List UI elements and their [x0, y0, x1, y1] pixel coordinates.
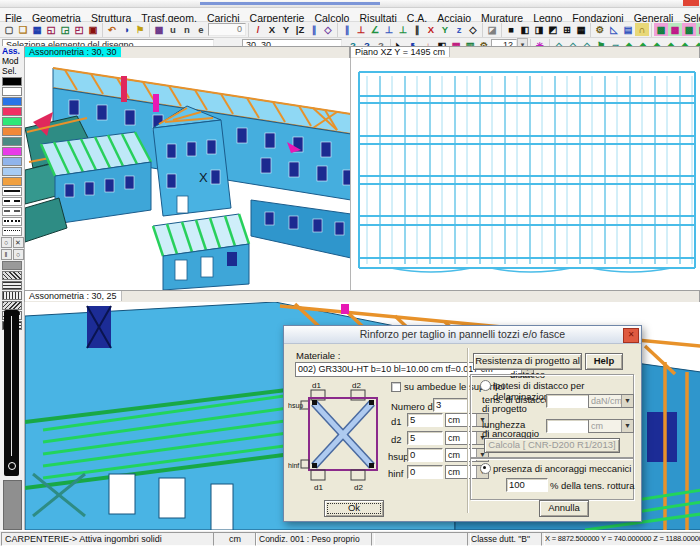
lunghezza-input[interactable]	[546, 419, 590, 433]
render-solid-icon[interactable]: ▣	[86, 23, 100, 36]
both-surfaces-checkbox[interactable]	[391, 382, 401, 392]
gear-icon[interactable]: ⚙	[593, 23, 607, 36]
color-swatch-7[interactable]	[2, 147, 22, 156]
d1-input[interactable]: 5	[407, 413, 443, 427]
color-swatch-1[interactable]	[2, 87, 22, 96]
scale-slider[interactable]	[4, 310, 19, 476]
tens-input[interactable]	[546, 394, 590, 408]
sidebar-label-sel[interactable]: Sel.	[0, 66, 24, 76]
slope-icon[interactable]: ◺	[607, 23, 621, 36]
ancoraggi-radio[interactable]	[480, 463, 491, 474]
list-icon[interactable]: ▤	[621, 23, 635, 36]
numero-strati-input[interactable]: 3	[433, 398, 469, 412]
parallel-lines-icon[interactable]: ∥	[307, 23, 321, 36]
dialog-close-button[interactable]: ✕	[623, 328, 639, 343]
snap-perp2-icon[interactable]: ⊥	[382, 23, 396, 36]
pattern-swatch-horiz[interactable]	[2, 281, 22, 290]
help-button[interactable]: Help	[585, 353, 623, 370]
view-capture-1-icon[interactable]: ◱	[44, 23, 58, 36]
view-capture-2-icon[interactable]: ◲	[58, 23, 72, 36]
color-swatch-8[interactable]	[2, 157, 22, 166]
sidebar-label-ass[interactable]: Ass.	[0, 46, 24, 56]
hinf-input[interactable]: 0	[407, 465, 443, 479]
save-icon[interactable]: ▦	[30, 23, 44, 36]
filter-u-icon[interactable]: u	[166, 23, 180, 36]
line-style-dashdot[interactable]	[2, 207, 22, 216]
pattern-swatch-diag2[interactable]	[2, 301, 22, 310]
snap-poly-icon[interactable]: ◇	[466, 23, 480, 36]
texture-layer-1-icon[interactable]: ▩	[654, 23, 668, 36]
entity-counter-field[interactable]: 0	[208, 23, 246, 36]
texture-layer-4-icon[interactable]: ▩	[696, 23, 700, 36]
axis-x-icon[interactable]: X	[265, 23, 279, 36]
toggle-parallel-icon[interactable]: ‖	[1, 249, 12, 260]
snap-angle-icon[interactable]: ∠	[368, 23, 382, 36]
color-swatch-9[interactable]	[2, 167, 22, 176]
dialog-title[interactable]: Rinforzo per taglio in pannelli tozzi e/…	[284, 326, 641, 344]
color-swatch-3[interactable]	[2, 107, 22, 116]
window-vsplit-icon[interactable]: ◨	[532, 23, 546, 36]
rotate-view-icon[interactable]: ↶	[105, 23, 119, 36]
mirror-view-icon[interactable]: ◑	[119, 23, 133, 36]
color-swatch-2[interactable]	[2, 97, 22, 106]
rhombus-icon[interactable]: ◇	[321, 23, 335, 36]
window-corner-icon[interactable]: ◩	[546, 23, 560, 36]
hsup-input[interactable]: 0	[407, 448, 443, 462]
color-swatch-5[interactable]	[2, 127, 22, 136]
status-coordinates: X = 8872.500000 Y = 740.000000 Z = 1188.…	[541, 532, 700, 546]
color-swatch-0[interactable]	[2, 77, 22, 86]
slider-knob[interactable]	[8, 462, 16, 470]
line-style-dashed[interactable]	[2, 197, 22, 206]
entity-box-icon[interactable]: ▩	[152, 23, 166, 36]
toggle-circle-icon[interactable]: ○	[1, 237, 12, 248]
draw-line-icon[interactable]: /	[251, 23, 265, 36]
window-six-icon[interactable]: ▦	[574, 23, 588, 36]
texture-layer-2-icon[interactable]: ▩	[668, 23, 682, 36]
texture-layer-3-icon[interactable]: ▩	[682, 23, 696, 36]
annulla-button[interactable]: Annulla	[539, 500, 589, 517]
axis-z-icon[interactable]: |Z	[293, 23, 307, 36]
main-3d-scene[interactable]: X	[24, 58, 352, 291]
toggle-dot-icon[interactable]: ○	[13, 249, 24, 260]
filter-n-icon[interactable]: n	[180, 23, 194, 36]
color-swatch-10[interactable]	[2, 177, 22, 186]
pattern-swatch-diag[interactable]	[2, 271, 22, 280]
view-capture-3-icon[interactable]: ◰	[72, 23, 86, 36]
status-condition: Condiz. 001 : Peso proprio	[255, 532, 375, 546]
percentuale-input[interactable]: 100	[506, 478, 548, 492]
pattern-swatch-solid[interactable]	[2, 261, 22, 270]
resistenza-button[interactable]: Resistenza di progetto al distacco	[473, 353, 582, 370]
eraser-icon[interactable]: ◪	[485, 23, 499, 36]
lock-icon[interactable]: ∩	[635, 23, 649, 36]
color-swatch-4[interactable]	[2, 117, 22, 126]
snap-y-icon[interactable]: Y	[438, 23, 452, 36]
window-hsplit-icon[interactable]: ◧	[518, 23, 532, 36]
window-close-button[interactable]	[683, 0, 699, 6]
line-style-fine[interactable]	[2, 227, 22, 236]
snap-z-icon[interactable]: z	[452, 23, 466, 36]
filter-e-icon[interactable]: e	[194, 23, 208, 36]
toggle-cross-icon[interactable]: ✕	[13, 237, 24, 248]
snap-base-icon[interactable]: ⊥	[396, 23, 410, 36]
ok-button[interactable]: Ok	[324, 500, 384, 517]
new-file-icon[interactable]: ▢	[2, 23, 16, 36]
window-single-icon[interactable]: ■	[504, 23, 518, 36]
color-swatch-6[interactable]	[2, 137, 22, 146]
open-folder-icon[interactable]: ❏	[16, 23, 30, 36]
flag-icon[interactable]: ⚑	[133, 23, 147, 36]
line-style-dotted[interactable]	[2, 217, 22, 226]
elevation-scene[interactable]	[350, 58, 700, 291]
delaminazione-radio[interactable]	[480, 380, 491, 391]
line-style-solid[interactable]	[2, 187, 22, 196]
d2-input[interactable]: 5	[407, 431, 443, 445]
color-swatches	[0, 77, 24, 186]
pattern-swatch-vert[interactable]	[2, 291, 22, 300]
snap-x-icon[interactable]: X	[424, 23, 438, 36]
window-quad-icon[interactable]: ⊞	[560, 23, 574, 36]
snap-perp-icon[interactable]: ⊥	[354, 23, 368, 36]
status-bar: CARPENTERIE-> Attiva ingombri solidi cm …	[0, 530, 700, 546]
sidebar-label-mod[interactable]: Mod	[0, 56, 24, 66]
snap-vertical-icon[interactable]: ∥	[410, 23, 424, 36]
axis-y-icon[interactable]: Y	[279, 23, 293, 36]
snap-parallel-icon[interactable]: ∥	[340, 23, 354, 36]
